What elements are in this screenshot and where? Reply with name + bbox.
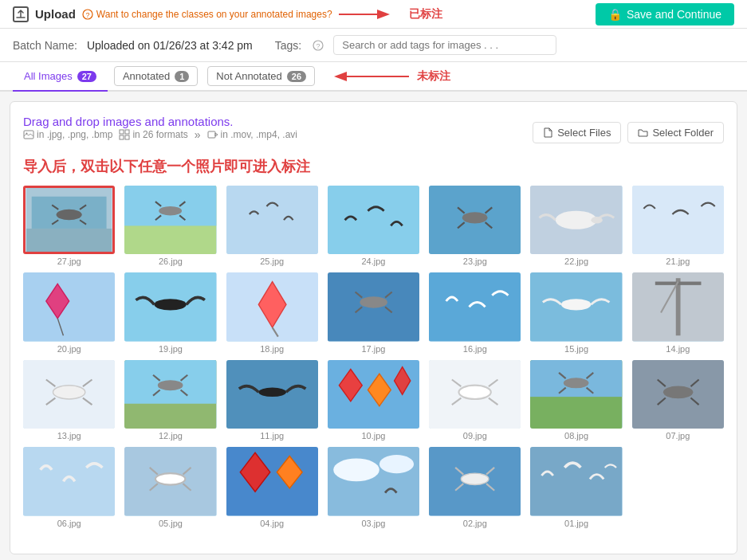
svg-rect-13 <box>125 135 129 139</box>
annotated-badge: 1 <box>175 71 189 82</box>
list-item[interactable]: 02.jpg <box>429 447 521 527</box>
svg-point-47 <box>155 300 187 311</box>
image-filename: 01.jpg <box>564 519 588 528</box>
list-item[interactable]: 04.jpg <box>226 447 318 527</box>
image-filename: 11.jpg <box>260 431 284 441</box>
list-item[interactable]: 01.jpg <box>530 447 622 527</box>
svg-point-19 <box>57 210 82 220</box>
list-item[interactable]: 22.jpg <box>530 186 622 266</box>
list-item[interactable]: 11.jpg <box>226 360 318 441</box>
svg-point-84 <box>459 386 491 399</box>
list-item[interactable]: 21.jpg <box>632 186 724 266</box>
list-item[interactable]: 25.jpg <box>226 186 318 266</box>
tags-search-input[interactable] <box>333 35 556 55</box>
list-item[interactable]: 03.jpg <box>328 447 419 527</box>
list-item[interactable]: 16.jpg <box>429 272 521 353</box>
annotated-arrow <box>339 2 403 26</box>
svg-point-91 <box>564 378 589 388</box>
svg-rect-57 <box>429 272 521 341</box>
image-filename: 24.jpg <box>362 257 386 266</box>
image-filename: 20.jpg <box>57 344 81 354</box>
grid-icon <box>119 129 130 140</box>
list-item[interactable]: 06.jpg <box>23 447 115 527</box>
list-item[interactable]: 26.jpg <box>124 186 216 266</box>
drop-zone-title: Drag and drop images and annotations. in… <box>23 115 297 151</box>
help-icon: ? <box>82 9 93 20</box>
drop-meta: in .jpg, .png, .bmp in 26 formats » in .… <box>23 128 297 141</box>
list-item[interactable]: 17.jpg <box>328 272 419 353</box>
svg-point-59 <box>561 300 591 311</box>
svg-point-114 <box>379 455 414 473</box>
image-filename: 07.jpg <box>666 431 690 441</box>
list-item[interactable]: 20.jpg <box>23 272 115 353</box>
change-classes-link[interactable]: ? Want to change the classes on your ann… <box>82 9 332 20</box>
svg-point-113 <box>333 459 379 482</box>
list-item[interactable]: 15.jpg <box>530 272 622 353</box>
image-filename: 08.jpg <box>564 431 588 441</box>
upload-title: Upload <box>35 7 76 21</box>
image-filename: 04.jpg <box>260 519 284 528</box>
image-filename: 14.jpg <box>666 344 690 354</box>
svg-rect-25 <box>124 186 216 225</box>
image-filename: 12.jpg <box>159 431 183 441</box>
drop-meta-img: in .jpg, .png, .bmp <box>23 129 112 140</box>
image-filename: 03.jpg <box>362 519 386 528</box>
not-annotated-chinese-label: 未标注 <box>417 69 450 84</box>
image-filename: 05.jpg <box>159 519 183 528</box>
svg-rect-102 <box>23 447 115 515</box>
video-icon <box>207 129 218 140</box>
svg-rect-109 <box>226 447 318 515</box>
image-filename: 02.jpg <box>463 519 487 528</box>
annotation-hint: 导入后，双击以下任意一个照片即可进入标注 <box>23 157 724 176</box>
list-item[interactable]: 12.jpg <box>124 360 216 441</box>
list-item[interactable]: 09.jpg <box>429 360 521 441</box>
not-annotated-badge: 26 <box>287 71 306 82</box>
svg-rect-61 <box>675 279 680 336</box>
expand-icon: » <box>195 128 201 141</box>
list-item[interactable]: 19.jpg <box>124 272 216 353</box>
image-filename: 16.jpg <box>463 344 487 354</box>
list-item[interactable]: 14.jpg <box>632 272 724 353</box>
image-filename: 17.jpg <box>362 344 386 354</box>
svg-rect-32 <box>328 186 419 254</box>
list-item[interactable]: 23.jpg <box>429 186 521 266</box>
tabs-bar: All Images 27 Annotated 1 Not Annotated … <box>0 62 747 92</box>
svg-point-72 <box>158 380 183 390</box>
svg-rect-14 <box>208 131 215 138</box>
save-continue-button[interactable]: 🔒 Save and Continue <box>596 3 734 25</box>
svg-marker-15 <box>215 133 218 136</box>
header-actions: Select Files Select Folder <box>533 122 724 143</box>
drop-zone-header: Drag and drop images and annotations. in… <box>23 115 724 151</box>
list-item[interactable]: 18.jpg <box>226 272 318 353</box>
drop-meta-formats: in 26 formats <box>119 129 187 140</box>
tab-all-images[interactable]: All Images 27 <box>13 62 108 92</box>
svg-point-40 <box>556 211 597 229</box>
image-filename: 09.jpg <box>463 431 487 441</box>
svg-point-52 <box>360 297 387 308</box>
list-item[interactable]: 27.jpg <box>23 186 115 266</box>
batch-name-value: Uploaded on 01/26/23 at 3:42 pm <box>87 39 253 52</box>
svg-point-104 <box>155 474 185 485</box>
tab-not-annotated[interactable]: Not Annotated 26 <box>207 66 315 86</box>
list-item[interactable]: 08.jpg <box>530 360 622 441</box>
folder-icon <box>638 127 648 138</box>
list-item[interactable]: 07.jpg <box>632 360 724 441</box>
lock-icon: 🔒 <box>608 8 622 21</box>
image-filename: 18.jpg <box>260 344 284 354</box>
image-filename: 21.jpg <box>666 257 690 266</box>
list-item[interactable]: 24.jpg <box>328 186 419 266</box>
list-item[interactable]: 05.jpg <box>124 447 216 527</box>
list-item[interactable]: 13.jpg <box>23 360 115 441</box>
svg-point-97 <box>663 386 693 398</box>
select-folder-button[interactable]: Select Folder <box>627 122 724 143</box>
svg-point-116 <box>461 474 489 485</box>
select-files-button[interactable]: Select Files <box>533 122 621 143</box>
top-bar: Upload ? Want to change the classes on y… <box>0 0 747 29</box>
image-filename: 19.jpg <box>159 344 183 354</box>
drop-title: Drag and drop images and annotations. <box>23 115 297 128</box>
image-filename: 15.jpg <box>564 344 588 354</box>
tab-annotated[interactable]: Annotated 1 <box>114 66 198 86</box>
svg-rect-121 <box>530 447 622 515</box>
list-item[interactable]: 10.jpg <box>328 360 419 441</box>
image-filename: 22.jpg <box>564 257 588 266</box>
